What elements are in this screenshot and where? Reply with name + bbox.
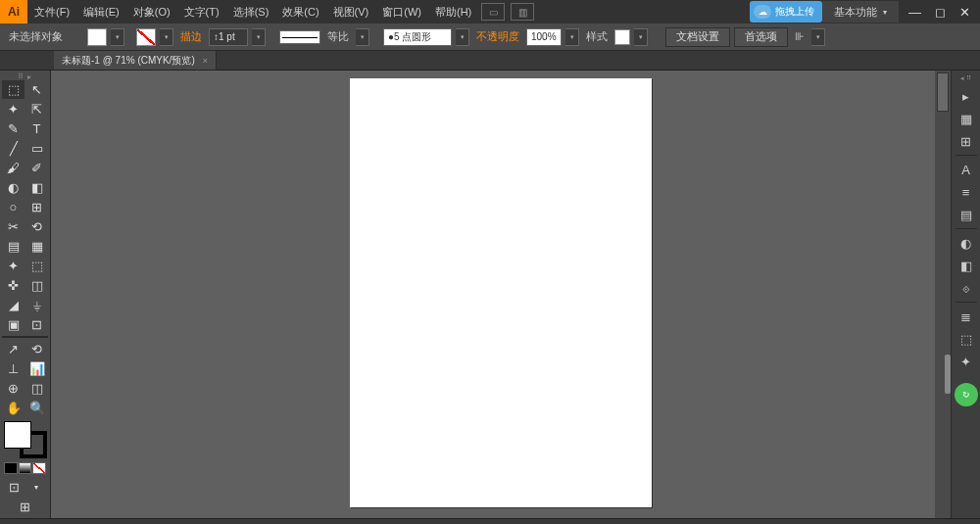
tool-5[interactable]: T bbox=[25, 119, 48, 138]
opacity-dd[interactable]: ▾ bbox=[565, 28, 579, 46]
canvas-area[interactable] bbox=[51, 71, 951, 518]
tool-7[interactable]: ▭ bbox=[25, 139, 48, 158]
chip-gradient[interactable] bbox=[19, 462, 32, 474]
tool-16[interactable]: ▤ bbox=[2, 237, 24, 256]
share-badge-icon[interactable]: ↻ bbox=[955, 383, 978, 406]
menu-object[interactable]: 对象(O) bbox=[126, 0, 177, 24]
panel-icon-10[interactable]: ⬚ bbox=[956, 328, 977, 350]
tool-8[interactable]: 🖌 bbox=[2, 159, 24, 177]
menu-edit[interactable]: 编辑(E) bbox=[76, 0, 126, 24]
panel-icon-1[interactable]: ▦ bbox=[956, 108, 977, 129]
tool-13[interactable]: ⊞ bbox=[25, 198, 48, 216]
tools-panel: ⠿ ▸ ⬚↖✦⇱✎T╱▭🖌✐◐◧○⊞✂⟲▤▦✦⬚✜◫◢⏚▣⊡ ↗⟲⊥📊⊕◫✋🔍 … bbox=[0, 71, 51, 518]
panel-icon-2[interactable]: ⊞ bbox=[956, 130, 977, 152]
window-minimize[interactable]: — bbox=[908, 5, 921, 20]
tool-9[interactable]: ✐ bbox=[25, 159, 48, 177]
tool-14[interactable]: ✂ bbox=[2, 217, 24, 236]
tool-10[interactable]: ◐ bbox=[2, 178, 24, 197]
brush-dd[interactable]: ▾ bbox=[456, 28, 469, 46]
menu-type[interactable]: 文字(T) bbox=[177, 0, 226, 24]
panel-icon-8[interactable]: ⟐ bbox=[956, 277, 977, 299]
scrollbar-thumb[interactable] bbox=[937, 72, 949, 112]
tool-20[interactable]: ✜ bbox=[2, 276, 24, 295]
cloud-upload-button[interactable]: ☁ 拖拽上传 bbox=[750, 1, 822, 23]
menu-view[interactable]: 视图(V) bbox=[326, 0, 376, 24]
fill-color-box[interactable] bbox=[4, 421, 31, 449]
panel-icon-11[interactable]: ✦ bbox=[956, 351, 977, 372]
right-panel-grip[interactable]: ◂ ⠿ bbox=[956, 74, 976, 82]
stroke-swatch[interactable] bbox=[136, 28, 156, 46]
document-tab[interactable]: 未标题-1 @ 71% (CMYK/预览) × bbox=[54, 51, 217, 70]
tool-b-2[interactable]: ⊥ bbox=[2, 359, 24, 378]
menu-window[interactable]: 窗口(W) bbox=[375, 0, 428, 24]
window-close[interactable]: ✕ bbox=[959, 5, 970, 20]
panel-icon-6[interactable]: ◐ bbox=[956, 232, 977, 254]
panel-resize-thumb[interactable] bbox=[945, 355, 951, 394]
workspace-switcher[interactable]: 基本功能▾ bbox=[822, 1, 899, 23]
fill-stroke-control[interactable] bbox=[4, 421, 47, 458]
tool-b-7[interactable]: 🔍 bbox=[25, 399, 48, 417]
brush-input[interactable]: ● 5 点圆形 bbox=[383, 28, 452, 46]
tool-b-0[interactable]: ↗ bbox=[2, 340, 24, 358]
panel-icon-5[interactable]: ▤ bbox=[956, 204, 977, 225]
control-bar: 未选择对象 ▾ ▾ 描边 ↕ 1 pt ▾ 等比 ▾ ● 5 点圆形 ▾ 不透明… bbox=[0, 24, 980, 51]
panel-icon-4[interactable]: ≡ bbox=[956, 181, 977, 203]
style-swatch[interactable] bbox=[614, 29, 630, 45]
tool-17[interactable]: ▦ bbox=[25, 237, 48, 256]
tool-b-3[interactable]: 📊 bbox=[25, 359, 48, 378]
tool-4[interactable]: ✎ bbox=[2, 119, 24, 138]
panel-icon-0[interactable]: ▸ bbox=[956, 85, 977, 107]
preferences-button[interactable]: 首选项 bbox=[734, 27, 788, 47]
align-dd[interactable]: ▾ bbox=[811, 28, 825, 46]
tool-0[interactable]: ⬚ bbox=[2, 80, 24, 99]
screen-mode-dd[interactable]: ▾ bbox=[25, 478, 46, 497]
chip-none[interactable] bbox=[32, 462, 46, 474]
document-setup-button[interactable]: 文档设置 bbox=[665, 27, 730, 47]
panel-icon-3[interactable]: A bbox=[956, 159, 977, 180]
tool-12[interactable]: ○ bbox=[2, 198, 24, 216]
align-icon[interactable]: ⊪ bbox=[792, 30, 808, 43]
style-dd[interactable]: ▾ bbox=[634, 28, 648, 46]
tool-25[interactable]: ⊡ bbox=[25, 315, 48, 334]
opacity-input[interactable]: 100% bbox=[526, 28, 562, 46]
screen-mode-icon[interactable]: ⊡ bbox=[4, 478, 24, 497]
tool-3[interactable]: ⇱ bbox=[25, 100, 48, 119]
tool-2[interactable]: ✦ bbox=[2, 100, 24, 119]
tool-18[interactable]: ✦ bbox=[2, 257, 24, 275]
tool-19[interactable]: ⬚ bbox=[25, 257, 48, 275]
vertical-scrollbar[interactable] bbox=[935, 71, 951, 518]
menu-file[interactable]: 文件(F) bbox=[27, 0, 76, 24]
profile-dd[interactable]: ▾ bbox=[356, 28, 369, 46]
tool-6[interactable]: ╱ bbox=[2, 139, 24, 158]
tool-b-1[interactable]: ⟲ bbox=[25, 340, 48, 358]
tab-close-icon[interactable]: × bbox=[203, 56, 208, 66]
menu-select[interactable]: 选择(S) bbox=[226, 0, 276, 24]
chip-color[interactable] bbox=[4, 462, 18, 474]
panel-icon-9[interactable]: ≣ bbox=[956, 306, 977, 327]
tool-24[interactable]: ▣ bbox=[2, 315, 24, 334]
stroke-weight-dd[interactable]: ▾ bbox=[252, 28, 266, 46]
stroke-weight-input[interactable]: ↕ 1 pt bbox=[209, 28, 248, 46]
tool-1[interactable]: ↖ bbox=[25, 80, 48, 99]
edit-toolbar-icon[interactable]: ⊞ bbox=[2, 499, 48, 516]
menu-effect[interactable]: 效果(C) bbox=[275, 0, 325, 24]
tool-b-5[interactable]: ◫ bbox=[25, 379, 48, 398]
window-maximize[interactable]: ◻ bbox=[935, 5, 946, 20]
tool-23[interactable]: ⏚ bbox=[25, 296, 48, 314]
tool-15[interactable]: ⟲ bbox=[25, 217, 48, 236]
layout-icon-2[interactable]: ▥ bbox=[511, 3, 534, 21]
panel-grip-icon[interactable]: ⠿ ▸ bbox=[2, 72, 48, 80]
tool-11[interactable]: ◧ bbox=[25, 178, 48, 197]
artboard[interactable] bbox=[350, 78, 652, 507]
tool-22[interactable]: ◢ bbox=[2, 296, 24, 314]
stroke-dropdown[interactable]: ▾ bbox=[160, 28, 173, 46]
fill-dropdown[interactable]: ▾ bbox=[111, 28, 124, 46]
stroke-profile[interactable] bbox=[279, 30, 320, 44]
fill-swatch[interactable] bbox=[87, 28, 107, 46]
tool-21[interactable]: ◫ bbox=[25, 276, 48, 295]
panel-icon-7[interactable]: ◧ bbox=[956, 255, 977, 276]
tool-b-4[interactable]: ⊕ bbox=[2, 379, 24, 398]
tool-b-6[interactable]: ✋ bbox=[2, 399, 24, 417]
menu-help[interactable]: 帮助(H) bbox=[428, 0, 478, 24]
layout-icon-1[interactable]: ▭ bbox=[481, 3, 505, 21]
